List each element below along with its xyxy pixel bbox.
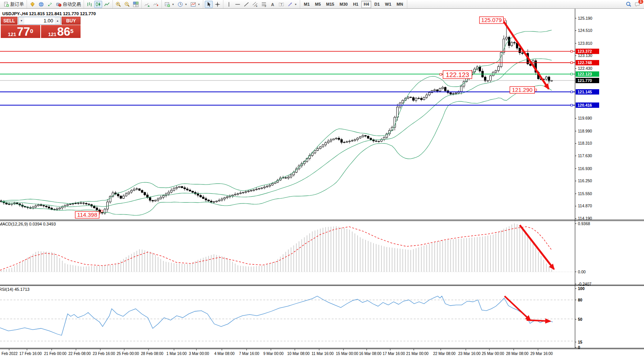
level-handle[interactable]	[571, 91, 573, 93]
svg-text:7 Mar 16:00: 7 Mar 16:00	[239, 352, 259, 356]
new-chart-button[interactable]: ▼	[163, 1, 176, 8]
volume-decrease-button[interactable]: ▼	[19, 17, 24, 24]
buy-price-button[interactable]: 121 86 5	[41, 25, 81, 38]
text-button[interactable]: A	[269, 1, 277, 8]
cursor-button[interactable]	[205, 1, 213, 8]
horizontal-line-button[interactable]	[234, 1, 242, 8]
arrows-button[interactable]: ▼	[286, 1, 298, 8]
chevron-down-icon: ▼	[185, 3, 187, 6]
svg-text:50: 50	[578, 317, 582, 322]
templates-button[interactable]: ▼	[189, 1, 201, 8]
toolbar-group-timeframes: M1M5M15M30H1H4D1W1MN	[300, 0, 407, 8]
buy-price-prefix: 121	[48, 32, 57, 37]
sell-price-prefix: 121	[8, 32, 16, 37]
svg-text:9 Mar 00:00: 9 Mar 00:00	[263, 352, 284, 356]
zoom-in-icon	[116, 2, 121, 7]
sell-price-button[interactable]: 121 77 0	[1, 25, 40, 38]
search-button[interactable]	[625, 1, 633, 8]
svg-text:21 Feb 00:00: 21 Feb 00:00	[44, 352, 66, 356]
cursor-icon	[206, 2, 212, 7]
candlestick-chart-button[interactable]	[94, 1, 102, 8]
timeframe-m30-button[interactable]: M30	[337, 1, 350, 8]
sell-price-main: 77	[17, 27, 30, 37]
tile-windows-button[interactable]	[132, 1, 140, 8]
rsi-panel: 1008050150	[0, 286, 585, 350]
volume-increase-button[interactable]: ▲	[55, 17, 60, 24]
level-handle[interactable]	[571, 62, 573, 64]
timeframe-w1-button[interactable]: W1	[383, 1, 394, 8]
template-icon	[190, 2, 196, 7]
timeframe-d1-button[interactable]: D1	[372, 1, 382, 8]
community-button[interactable]	[37, 1, 45, 8]
trendline-button[interactable]	[242, 1, 250, 8]
sell-button[interactable]: SELL	[1, 17, 17, 25]
svg-text:21 Mar 00:00: 21 Mar 00:00	[406, 352, 429, 356]
timeframe-h4-button[interactable]: H4	[361, 1, 371, 8]
svg-text:16 Mar 08:00: 16 Mar 08:00	[359, 352, 381, 356]
current-price-badge: 121.770	[576, 78, 599, 83]
chart-window: 125.190124.510123.810123.130122.430119.6…	[0, 9, 644, 358]
volume-input[interactable]	[24, 17, 55, 24]
chevron-down-icon: ▼	[172, 3, 174, 6]
auto-trading-button[interactable]: 自动交易	[55, 1, 82, 8]
bollinger-bands	[1, 30, 552, 215]
svg-text:122.123: 122.123	[578, 72, 592, 76]
chart-shift-button[interactable]	[152, 1, 160, 8]
tile-icon	[133, 2, 139, 7]
svg-text:80: 80	[578, 298, 582, 302]
svg-text:121.145: 121.145	[578, 90, 592, 94]
svg-text:118.310: 118.310	[578, 141, 592, 145]
level-handle[interactable]	[571, 73, 573, 75]
auto-scroll-button[interactable]	[143, 1, 151, 8]
price-annotation[interactable]: 122.123	[440, 71, 472, 79]
zoom-out-button[interactable]	[123, 1, 131, 8]
equidistant-channel-button[interactable]: E	[251, 1, 259, 8]
svg-text:114.190: 114.190	[578, 216, 592, 221]
line-chart-button[interactable]	[103, 1, 111, 8]
price-annotation[interactable]: 121.290	[510, 87, 537, 93]
bar-chart-button[interactable]	[85, 1, 93, 8]
periods-button[interactable]: ▼	[176, 1, 188, 8]
svg-text:123.372: 123.372	[578, 49, 592, 54]
svg-text:114.398: 114.398	[77, 211, 97, 218]
gold-icon	[30, 2, 35, 7]
horizontal-level-lines[interactable]	[0, 50, 575, 106]
price-annotation[interactable]: 114.398	[75, 210, 103, 219]
candlestick-series	[0, 20, 553, 215]
chat-button[interactable]: 1	[633, 1, 641, 8]
svg-text:11 Mar 16:00: 11 Mar 16:00	[312, 352, 334, 356]
crosshair-icon	[215, 2, 220, 7]
svg-text:1 Mar 16:00: 1 Mar 16:00	[166, 352, 187, 356]
trend-arrow-rsi-2[interactable]	[527, 320, 550, 321]
toolbar-group-profiles: ▼▼▼	[162, 0, 203, 8]
buy-button[interactable]: BUY	[62, 17, 81, 25]
price-annotation[interactable]: 125.079	[479, 17, 506, 24]
text-label-button[interactable]: T	[277, 1, 285, 8]
vline-icon	[226, 2, 232, 7]
new-order-button[interactable]: 新订单	[2, 1, 25, 8]
level-price-badge: 122.123	[576, 71, 599, 77]
bollinger-upper-band	[1, 30, 552, 203]
timeframe-m1-button[interactable]: M1	[302, 1, 312, 8]
toolbar-group-services: 自动交易	[27, 0, 84, 8]
signals-button[interactable]	[46, 1, 54, 8]
one-click-trading-widget: SELL ▼ ▲ BUY 121 77 0 121 86 5	[1, 17, 81, 38]
timeframe-h1-button[interactable]: H1	[351, 1, 361, 8]
timeframe-m5-button[interactable]: M5	[313, 1, 323, 8]
top-toolbar: 新订单自动交易▼▼▼EFAT▼M1M5M15M30H1H4D1W1MN1	[0, 0, 644, 9]
timeframe-m15-button[interactable]: M15	[324, 1, 336, 8]
svg-text:25 Mar 00:00: 25 Mar 00:00	[482, 352, 504, 356]
level-handle[interactable]	[571, 50, 573, 52]
shapes-icon	[287, 2, 293, 7]
price-chart-canvas[interactable]: 125.190124.510123.810123.130122.430119.6…	[0, 9, 644, 358]
crosshair-button[interactable]	[214, 1, 222, 8]
tline-icon	[244, 2, 249, 7]
market-button[interactable]	[28, 1, 36, 8]
level-handle[interactable]	[571, 104, 573, 106]
svg-text:22 Mar 08:00: 22 Mar 08:00	[433, 352, 456, 356]
vertical-line-button[interactable]	[225, 1, 233, 8]
timeframe-mn-button[interactable]: MN	[394, 1, 405, 8]
fibonacci-button[interactable]: F	[260, 1, 268, 8]
zoom-in-button[interactable]	[114, 1, 122, 8]
autoscroll-icon	[144, 2, 150, 7]
